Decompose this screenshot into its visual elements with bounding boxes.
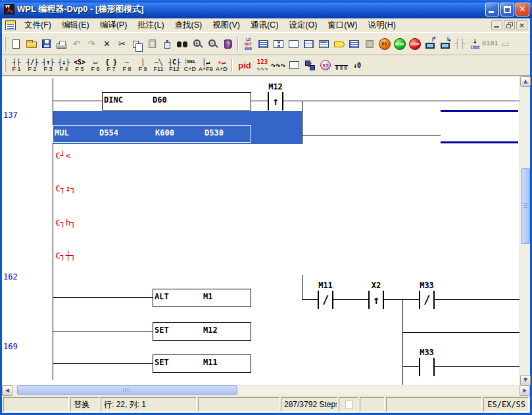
menu-options[interactable]: 设定(O) — [283, 18, 322, 33]
download-arrow-icon: ↳ — [447, 36, 452, 43]
mdi-restore-icon — [506, 24, 511, 28]
f11-line-tool-button[interactable]: ─╲F11 — [151, 57, 166, 74]
vertical-scroll-thumb[interactable] — [521, 168, 530, 244]
download-pc-icon — [441, 43, 450, 49]
rung-number-137: 137 — [3, 110, 18, 120]
menu-comment[interactable]: 批注(L) — [132, 18, 169, 33]
menu-communication[interactable]: 通讯(C) — [245, 18, 283, 33]
minimize-button[interactable] — [485, 3, 499, 16]
delete-row-icon: ✳↵ — [218, 59, 226, 66]
stop-button[interactable]: STOP — [407, 36, 422, 52]
cut-button[interactable]: ✂ — [114, 36, 130, 52]
menu-file[interactable]: 文件(F) — [19, 18, 57, 33]
download-button[interactable]: ↳ — [437, 36, 452, 52]
sfc-view-button[interactable] — [271, 36, 286, 52]
instruction-box-set-m11[interactable]: SET M11 — [153, 354, 251, 373]
contact-m12-rising[interactable]: ↑ — [268, 92, 283, 110]
contact-m11-closed[interactable]: / — [318, 291, 333, 309]
instruction-box-set-m12[interactable]: SET M12 — [153, 322, 251, 341]
f3-rising-contact-button[interactable]: ┤↑├F 3 — [40, 57, 56, 74]
scroll-right-button[interactable]: ▶ — [520, 385, 530, 396]
f4-falling-contact-button[interactable]: ┤↓├F 4 — [56, 57, 72, 74]
maximize-button[interactable] — [500, 3, 514, 16]
f1-open-contact-button[interactable]: ┤├F 1 — [9, 57, 24, 74]
f2-closed-contact-button[interactable]: ┤/├F 2 — [24, 57, 40, 74]
mdi-restore-button[interactable] — [504, 20, 515, 30]
edit-squares-button[interactable]: 2 — [302, 57, 318, 74]
new-button[interactable] — [9, 36, 24, 52]
code-convert-button[interactable]: ↓ CODE — [468, 36, 483, 52]
copy-button[interactable] — [130, 36, 145, 52]
print-button[interactable] — [54, 36, 69, 52]
f12-c-contact-button[interactable]: ┤C├F12 — [166, 57, 182, 74]
jump-zero-button[interactable]: ↓0 — [349, 57, 365, 74]
delete-row-button[interactable]: ✳↵A+D — [214, 57, 230, 74]
open-button[interactable] — [24, 36, 39, 52]
mdi-minimize-button[interactable] — [491, 20, 502, 30]
instruction-op: SET — [155, 326, 169, 335]
f6-coil-button[interactable]: ▭F 6 — [87, 57, 103, 74]
mdi-close-button[interactable]: × — [516, 20, 527, 30]
ladder-editor[interactable]: 137 162 169 DINC D60 MUL — [2, 76, 520, 385]
pid-button[interactable]: pid — [235, 57, 254, 74]
comment-button[interactable] — [331, 36, 347, 52]
pulse-123-button[interactable]: 123∿∿∿ — [254, 57, 270, 74]
delete-button[interactable]: ✕ — [99, 36, 114, 52]
f8-hline-button[interactable]: ─F 8 — [119, 57, 135, 74]
device-list-button[interactable] — [316, 36, 331, 52]
help-button[interactable]: ? — [220, 36, 235, 52]
run-button[interactable]: RUN — [392, 36, 407, 52]
menu-compile[interactable]: 编译(P) — [95, 18, 133, 33]
horizontal-scroll-thumb[interactable] — [17, 385, 237, 395]
document-icon[interactable] — [5, 20, 16, 30]
menu-search[interactable]: 查找(S) — [170, 18, 208, 33]
cut-scissors-icon: ✂ — [118, 39, 126, 48]
device-grid-button[interactable] — [286, 57, 302, 74]
save-button[interactable] — [39, 36, 54, 52]
f7-output-button[interactable]: { }F 7 — [103, 57, 119, 74]
menu-window[interactable]: 窗口(W) — [322, 18, 362, 33]
redo-button: ↷ — [84, 36, 99, 52]
scroll-down-button[interactable]: ▼ — [520, 375, 531, 385]
instruction-operand: D530 — [205, 128, 224, 137]
ns-ball-button[interactable]: N S — [318, 57, 333, 74]
pulse-wave-icon: ∿∿∿ — [271, 62, 286, 69]
scroll-left-button[interactable]: ◀ — [2, 385, 12, 396]
vertical-scrollbar[interactable]: ▲ ▼ — [520, 76, 530, 385]
scroll-up-button[interactable]: ▲ — [520, 76, 531, 87]
toolbar-grip[interactable] — [4, 37, 6, 50]
find-button[interactable] — [175, 36, 190, 52]
insert-row-button[interactable]: │↵A+F9 — [198, 57, 214, 74]
instruction-box-dinc[interactable]: DINC D60 — [102, 92, 251, 110]
f9-vline-button[interactable]: │F 9 — [135, 57, 151, 74]
binary-code-button: 0101 — [483, 36, 498, 52]
upload-button[interactable]: ↱ — [422, 36, 437, 52]
instruction-list-button[interactable]: LDOUTEND — [241, 36, 256, 52]
menu-edit[interactable]: 编辑(E) — [57, 18, 95, 33]
stamp-button[interactable] — [160, 36, 175, 52]
ladder-symbols-button[interactable] — [347, 36, 362, 52]
device-table-button[interactable] — [286, 36, 301, 52]
f5-s-block-button[interactable]: <S>F 5 — [72, 57, 87, 74]
contact-x2-rising[interactable]: ↑ — [368, 291, 384, 309]
instruction-box-alt[interactable]: ALT M1 — [153, 289, 251, 307]
contact-m33-closed[interactable]: / — [419, 291, 435, 309]
ladder-view-button[interactable] — [256, 36, 271, 52]
ladder-monitor-button[interactable] — [301, 36, 316, 52]
horizontal-scrollbar[interactable]: ◀ ▶ — [2, 385, 530, 395]
copy-icon — [133, 41, 139, 48]
toolbar-grip[interactable] — [4, 59, 6, 72]
zoom-out-button[interactable]: − — [205, 36, 220, 52]
io-comb-button[interactable]: ╥╥╥ — [333, 57, 349, 74]
menu-help[interactable]: 说明(H) — [362, 18, 400, 33]
zoom-in-button[interactable]: + — [190, 36, 205, 52]
pulse-wave-button[interactable]: ∿∿∿ — [270, 57, 286, 74]
simulate-button[interactable]: 01 — [377, 36, 392, 52]
contact-m33-open[interactable] — [419, 358, 435, 376]
horizontal-scroll-track[interactable] — [12, 385, 520, 395]
instruction-box-mul-selected[interactable]: MUL D554 K600 D530 — [53, 125, 251, 143]
close-button[interactable]: ✕ — [516, 3, 529, 16]
delete-vline-button[interactable]: │DELC+D — [182, 57, 198, 74]
contact-label-x2: X2 — [360, 281, 392, 290]
menu-view[interactable]: 视图(V) — [207, 18, 245, 33]
